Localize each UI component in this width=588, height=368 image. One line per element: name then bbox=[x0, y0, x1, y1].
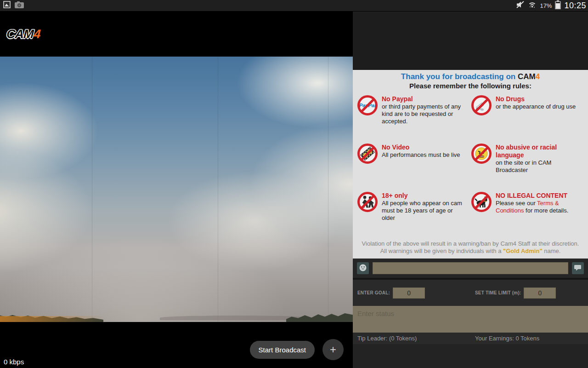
cam4-logo-4: 4 bbox=[33, 27, 40, 41]
rule-body-pre: Please see our bbox=[496, 200, 537, 207]
cam4-broadcaster-screen: 17% 10:25 CAM4 bbox=[0, 0, 588, 368]
rule-heading: No Drugs bbox=[496, 95, 576, 103]
rule-body: All performances must be live bbox=[382, 151, 460, 158]
18-plus-only-icon bbox=[357, 192, 378, 212]
tip-leader-text: Tip Leader: (0 Tokens) bbox=[353, 335, 470, 342]
add-button[interactable]: + bbox=[322, 339, 344, 360]
mute-icon bbox=[516, 1, 525, 10]
rule-no-drugs: No Drugs or the appearance of drug use bbox=[471, 95, 585, 144]
wifi-icon bbox=[528, 1, 537, 10]
rule-body: on the site or in CAM Broadcaster bbox=[496, 159, 551, 173]
android-status-bar: 17% 10:25 bbox=[0, 0, 588, 12]
rules-title-text: Thank you for broadcasting on bbox=[401, 72, 518, 81]
rule-no-paypal: PayPal No Paypal or third party payments… bbox=[357, 95, 471, 144]
chat-area-empty bbox=[353, 12, 588, 70]
goal-settings-bar: ENTER GOAL: SET TIME LIMIT (m): bbox=[353, 280, 588, 306]
horizon-haze bbox=[0, 267, 353, 322]
status-bar-system-icons: 17% 10:25 bbox=[516, 0, 588, 11]
send-chat-button[interactable] bbox=[572, 262, 584, 274]
rules-grid: PayPal No Paypal or third party payments… bbox=[353, 90, 588, 240]
panel-filler bbox=[353, 344, 588, 368]
cam4-logo: CAM4 bbox=[6, 27, 41, 41]
rule-body: All people who appear on cam must be 18 … bbox=[382, 200, 462, 221]
camera-preview-pane: CAM4 Start Broadcast + 0 kbps bbox=[0, 12, 353, 368]
emoji-icon bbox=[359, 264, 367, 273]
camera-icon bbox=[15, 1, 24, 10]
camera-preview-video bbox=[0, 57, 353, 322]
broadcaster-header: CAM4 bbox=[0, 12, 353, 57]
prohibition-ring bbox=[471, 95, 492, 115]
rules-title: Thank you for broadcasting on CAM4 bbox=[353, 72, 588, 81]
chat-bubble-icon bbox=[574, 264, 582, 273]
rule-heading: NO ILLEGAL CONTENT bbox=[496, 192, 577, 200]
rule-text: No Video All performances must be live bbox=[382, 144, 460, 159]
rule-body: or third party payments of any kind are … bbox=[382, 103, 461, 125]
time-limit-group: SET TIME LIMIT (m): bbox=[470, 288, 588, 299]
rule-heading: No Paypal bbox=[382, 95, 464, 103]
rule-body-post: for more details. bbox=[524, 207, 568, 214]
rule-body: or the appearance of drug use bbox=[496, 103, 576, 110]
rule-no-abusive-language: No abusive or racial language on the sit… bbox=[471, 144, 585, 192]
prohibition-ring bbox=[357, 192, 378, 212]
status-input[interactable] bbox=[353, 306, 588, 333]
violation-note: Violation of the above will result in a … bbox=[353, 240, 588, 259]
time-limit-input[interactable] bbox=[524, 288, 556, 299]
battery-percent-text: 17% bbox=[540, 2, 552, 9]
gallery-icon bbox=[3, 1, 11, 10]
earnings-bar: Tip Leader: (0 Tokens) Your Earnings: 0 … bbox=[353, 333, 588, 344]
rule-text: No Paypal or third party payments of any… bbox=[382, 95, 464, 125]
start-broadcast-button[interactable]: Start Broadcast bbox=[250, 341, 315, 359]
no-abusive-language-icon bbox=[471, 144, 492, 164]
rule-text: No Drugs or the appearance of drug use bbox=[496, 95, 576, 110]
no-paypal-icon: PayPal bbox=[357, 95, 378, 115]
broadcast-footer: Start Broadcast + 0 kbps bbox=[0, 322, 353, 368]
rule-heading: 18+ only bbox=[382, 192, 464, 200]
prohibition-ring bbox=[357, 144, 378, 164]
rule-text: NO ILLEGAL CONTENT Please see our Terms … bbox=[496, 192, 577, 214]
bitrate-indicator: 0 kbps bbox=[4, 358, 24, 366]
rule-text: No abusive or racial language on the sit… bbox=[496, 144, 577, 174]
broadcast-rules-panel: Thank you for broadcasting on CAM4 Pleas… bbox=[353, 70, 588, 259]
cam4-logo-cam: CAM bbox=[6, 27, 34, 41]
no-drugs-icon bbox=[471, 95, 492, 115]
no-illegal-content-icon bbox=[471, 192, 492, 212]
sunset-glow bbox=[0, 316, 106, 322]
broadcast-control-panel: Thank you for broadcasting on CAM4 Pleas… bbox=[353, 12, 588, 368]
rule-18-plus-only: 18+ only All people who appear on cam mu… bbox=[357, 192, 471, 240]
prohibition-ring bbox=[471, 144, 492, 164]
status-entry-area bbox=[353, 306, 588, 333]
battery-icon bbox=[555, 0, 561, 11]
gold-admin-text: "Gold Admin" bbox=[503, 247, 543, 254]
your-earnings-text: Your Earnings: 0 Tokens bbox=[470, 335, 588, 342]
rules-title-4: 4 bbox=[536, 72, 540, 81]
rule-no-illegal-content: NO ILLEGAL CONTENT Please see our Terms … bbox=[471, 192, 585, 240]
rule-text: 18+ only All people who appear on cam mu… bbox=[382, 192, 464, 222]
prohibition-ring bbox=[471, 192, 492, 212]
rule-heading: No Video bbox=[382, 144, 460, 151]
goal-input[interactable] bbox=[393, 288, 425, 299]
prohibition-ring bbox=[357, 95, 378, 115]
chat-input-bar bbox=[353, 259, 588, 278]
rules-title-cam: CAM bbox=[518, 72, 536, 81]
violation-note-end: name. bbox=[543, 247, 561, 254]
rules-subtitle: Please remember the following rules: bbox=[353, 82, 588, 90]
time-limit-label: SET TIME LIMIT (m): bbox=[475, 290, 521, 295]
clock-text: 10:25 bbox=[564, 1, 586, 11]
chat-message-input[interactable] bbox=[373, 262, 568, 274]
emoji-button[interactable] bbox=[357, 262, 369, 274]
enter-goal-group: ENTER GOAL: bbox=[353, 288, 470, 299]
rule-heading: No abusive or racial language bbox=[496, 144, 577, 159]
no-video-icon bbox=[357, 144, 378, 164]
rule-no-video: No Video All performances must be live bbox=[357, 144, 471, 192]
enter-goal-label: ENTER GOAL: bbox=[357, 290, 390, 295]
status-bar-notification-icons bbox=[0, 1, 24, 10]
